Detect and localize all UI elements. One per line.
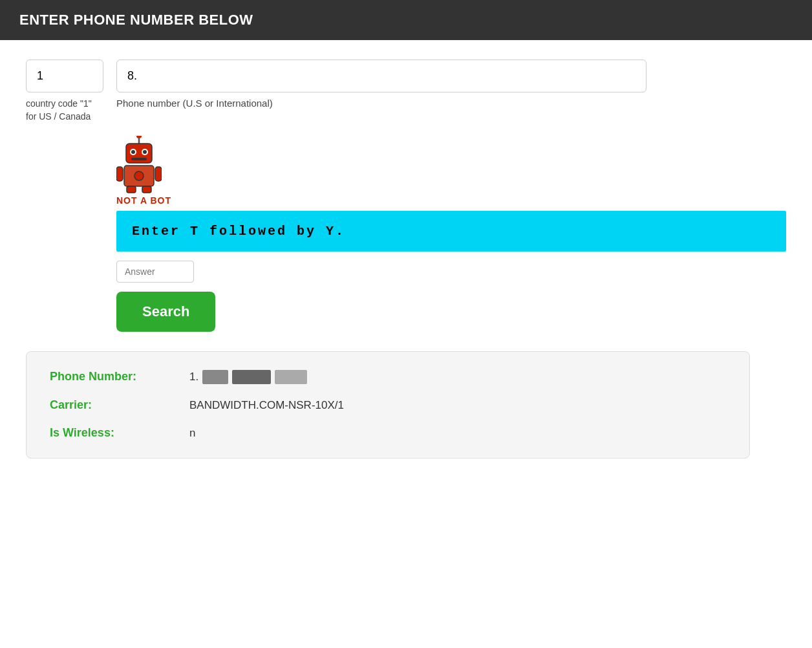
not-a-bot-label: NOT A BOT [116, 195, 786, 206]
page-header: ENTER PHONE NUMBER BELOW [0, 0, 812, 40]
robot-icon [116, 136, 162, 194]
captcha-answer-input[interactable] [116, 261, 194, 283]
svg-point-9 [134, 171, 144, 180]
redacted-phone-part3 [275, 370, 307, 384]
main-content: country code "1" for US / Canada Phone n… [0, 40, 812, 478]
result-phone-row: Phone Number: 1. [50, 370, 726, 384]
captcha-challenge-text: Enter T followed by Y. [132, 224, 345, 239]
carrier-result-label: Carrier: [50, 398, 179, 412]
result-wireless-row: Is Wireless: n [50, 426, 726, 440]
country-code-input[interactable] [26, 59, 103, 92]
carrier-result-value: BANDWIDTH.COM-NSR-10X/1 [189, 399, 344, 412]
svg-rect-12 [127, 186, 136, 193]
page-title: ENTER PHONE NUMBER BELOW [19, 12, 253, 28]
phone-number-result-label: Phone Number: [50, 370, 179, 383]
svg-point-6 [143, 150, 147, 154]
phone-number-result-value: 1. [189, 370, 307, 384]
is-wireless-result-label: Is Wireless: [50, 426, 179, 440]
country-code-label: country code "1" for US / Canada [26, 98, 103, 123]
svg-rect-11 [155, 167, 162, 181]
svg-point-1 [136, 136, 142, 138]
result-carrier-row: Carrier: BANDWIDTH.COM-NSR-10X/1 [50, 398, 726, 412]
redacted-phone-part1 [202, 370, 228, 384]
svg-rect-13 [142, 186, 151, 193]
is-wireless-result-value: n [189, 427, 195, 440]
captcha-challenge-box: Enter T followed by Y. [116, 211, 786, 252]
search-button[interactable]: Search [116, 292, 215, 332]
svg-rect-10 [116, 167, 123, 181]
svg-point-5 [131, 150, 135, 154]
captcha-section: NOT A BOT Enter T followed by Y. Search [116, 136, 786, 332]
phone-number-prefix: 1. [189, 371, 198, 383]
results-box: Phone Number: 1. Carrier: BANDWIDTH.COM-… [26, 351, 750, 459]
phone-number-label: Phone number (U.S or International) [116, 98, 273, 109]
svg-rect-7 [131, 158, 147, 160]
phone-number-input[interactable] [116, 59, 646, 92]
redacted-phone-part2 [232, 370, 271, 384]
robot-container: NOT A BOT [116, 136, 786, 206]
input-labels-row: country code "1" for US / Canada Phone n… [26, 98, 786, 123]
phone-input-row [26, 59, 786, 92]
